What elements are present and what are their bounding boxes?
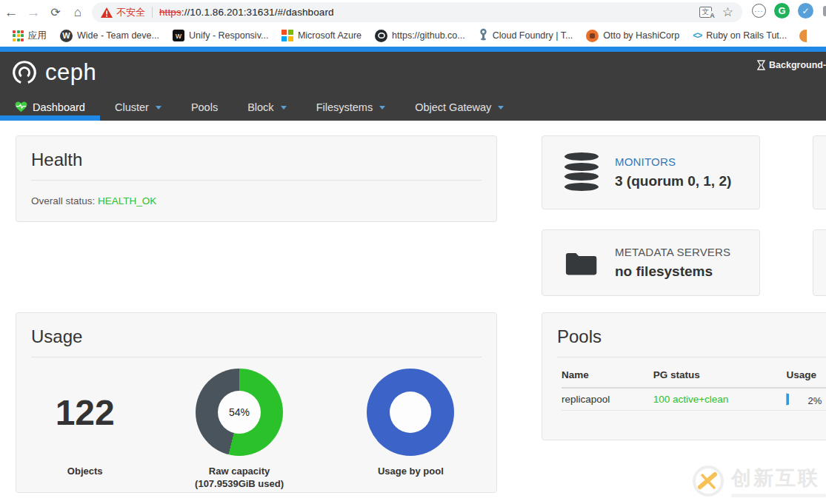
wordpress-icon: W: [60, 30, 73, 42]
column-header-usage[interactable]: Usage: [782, 369, 826, 380]
apps-grid-icon: [13, 30, 24, 41]
url-text[interactable]: https://10.1.86.201:31631/#/dashboard: [159, 7, 334, 18]
not-secure-label[interactable]: 不安全: [116, 6, 145, 19]
bookmark-apps[interactable]: 应用: [6, 30, 53, 42]
blue-extension-icon[interactable]: ✓: [798, 3, 813, 19]
nav-object-gateway[interactable]: Object Gateway: [400, 93, 519, 121]
nav-label: Dashboard: [33, 101, 85, 113]
background-task-label: Background-Ta: [769, 60, 826, 70]
nav-filesystems[interactable]: Filesystems: [302, 93, 401, 121]
column-header-name[interactable]: Name: [562, 369, 653, 380]
database-icon: [563, 152, 600, 192]
bookmarks-bar: 应用 W Wide - Team deve... w Unify - Respo…: [0, 24, 826, 47]
nav-cluster[interactable]: Cluster: [100, 93, 176, 121]
security-warning-icon: [101, 7, 113, 18]
pools-table: Name PG status Usage replicapool 100 act…: [562, 369, 826, 411]
usage-bar-fill: [787, 394, 787, 405]
bookmark-label: 应用: [28, 30, 47, 42]
table-row: replicapool 100 active+clean 2%: [562, 389, 826, 411]
bookmark-cloud-foundry[interactable]: Cloud Foundry | T...: [472, 28, 580, 43]
watermark-logo-icon: [691, 464, 725, 498]
divider: [31, 180, 482, 181]
nav-label: Pools: [191, 101, 218, 113]
bookmark-otto[interactable]: Otto by HashiCorp: [579, 30, 686, 42]
home-icon[interactable]: ⌂: [67, 1, 89, 24]
heartbeat-icon: [15, 101, 27, 112]
translate-icon[interactable]: 文: [699, 7, 712, 18]
cloud-foundry-icon: [479, 28, 488, 43]
overall-status-value: HEALTH_OK: [98, 195, 156, 206]
bookmark-github[interactable]: https://github.co...: [368, 30, 472, 42]
grammarly-extension-icon[interactable]: G: [774, 3, 790, 19]
raw-capacity-stat: 54% Raw capacity (107.9539GiB used): [153, 366, 324, 490]
pool-name-cell: replicapool: [562, 394, 653, 405]
usage-by-pool-label: Usage by pool: [378, 465, 444, 477]
ceph-header: ceph Background-Ta Dashboard Cluster Poo…: [0, 52, 826, 121]
screen: ← → ⟳ ⌂ 不安全 https://10.1.86.201:31631/#/…: [0, 0, 826, 504]
partial-bookmark-icon[interactable]: [799, 30, 807, 42]
background-task-indicator[interactable]: Background-Ta: [757, 60, 826, 70]
url-scheme: https: [159, 7, 181, 18]
raw-capacity-percent: 54%: [218, 391, 261, 434]
bookmark-rails[interactable]: <> Ruby on Rails Tut...: [686, 30, 793, 41]
otto-icon: [586, 30, 599, 42]
watermark-text: 创新互联: [731, 465, 826, 491]
reload-icon[interactable]: ⟳: [44, 1, 67, 24]
raw-capacity-sublabel: (107.9539GiB used): [195, 477, 284, 490]
hourglass-icon: [757, 60, 765, 70]
bookmark-azure[interactable]: Microsoft Azure: [275, 30, 368, 41]
brand-name: ceph: [45, 59, 96, 86]
circle-dots-extension-icon[interactable]: ···: [752, 4, 766, 18]
page-loading-bar: [0, 47, 826, 52]
unify-icon: w: [173, 30, 184, 41]
column-header-pg-status[interactable]: PG status: [653, 369, 783, 380]
rails-icon: <>: [693, 30, 702, 41]
back-icon[interactable]: ←: [0, 1, 22, 24]
monitors-card: MONITORS 3 (quorum 0, 1, 2): [542, 135, 760, 209]
chevron-down-icon: [156, 106, 161, 110]
nav-label: Block: [247, 101, 273, 113]
folder-icon: [563, 249, 600, 277]
partial-extension-icon[interactable]: [823, 6, 826, 16]
pg-status-cell: 100 active+clean: [653, 394, 783, 405]
metadata-servers-value: no filesystems: [615, 263, 730, 280]
bookmark-label: Otto by HashiCorp: [603, 30, 679, 41]
bookmark-star-icon[interactable]: ☆: [722, 4, 733, 20]
monitors-value: 3 (quorum 0, 1, 2): [615, 173, 731, 189]
chevron-down-icon: [379, 106, 385, 110]
usage-panel: Usage 122 Objects 54% Raw capacity (107.…: [16, 312, 497, 493]
nav-block[interactable]: Block: [233, 93, 301, 121]
partial-card-bottom: [813, 229, 826, 296]
nav-dashboard[interactable]: Dashboard: [0, 93, 100, 121]
partial-card-top: [813, 135, 826, 209]
usage-by-pool-stat: Usage by pool: [325, 366, 496, 490]
bookmark-label: Unify - Responsiv...: [189, 30, 268, 41]
microsoft-icon: [282, 30, 293, 41]
metadata-servers-title: METADATA SERVERS: [615, 246, 730, 258]
monitors-link[interactable]: MONITORS: [615, 155, 731, 168]
nav-label: Filesystems: [316, 101, 373, 113]
bookmark-unify[interactable]: w Unify - Responsiv...: [166, 30, 275, 41]
objects-stat: 122 Objects: [16, 366, 153, 490]
divider: [557, 357, 826, 357]
nav-label: Cluster: [115, 101, 149, 113]
url-separator: [152, 7, 153, 18]
pools-table-header: Name PG status Usage: [562, 369, 826, 389]
usage-progress-bar: 2%: [786, 393, 787, 406]
nav-pools[interactable]: Pools: [176, 93, 233, 121]
nav-label: Object Gateway: [415, 101, 491, 113]
watermark-subline: [731, 494, 826, 497]
url-bar[interactable]: 不安全 https://10.1.86.201:31631/#/dashboar…: [92, 2, 742, 22]
usage-by-pool-donut: [367, 369, 454, 456]
ceph-logo[interactable]: ceph: [10, 58, 96, 87]
chevron-down-icon: [281, 106, 287, 110]
main-nav: Dashboard Cluster Pools Block Filesystem…: [0, 93, 519, 121]
pools-panel-title: Pools: [557, 326, 826, 347]
raw-capacity-donut: 54%: [196, 369, 283, 456]
bookmark-label: Microsoft Azure: [298, 30, 362, 41]
bookmark-wide[interactable]: W Wide - Team deve...: [53, 30, 166, 42]
forward-icon[interactable]: →: [22, 1, 44, 24]
bookmark-label: Ruby on Rails Tut...: [706, 30, 787, 41]
pools-panel: Pools Name PG status Usage replicapool 1…: [542, 312, 826, 440]
overall-status-label: Overall status:: [31, 195, 95, 206]
